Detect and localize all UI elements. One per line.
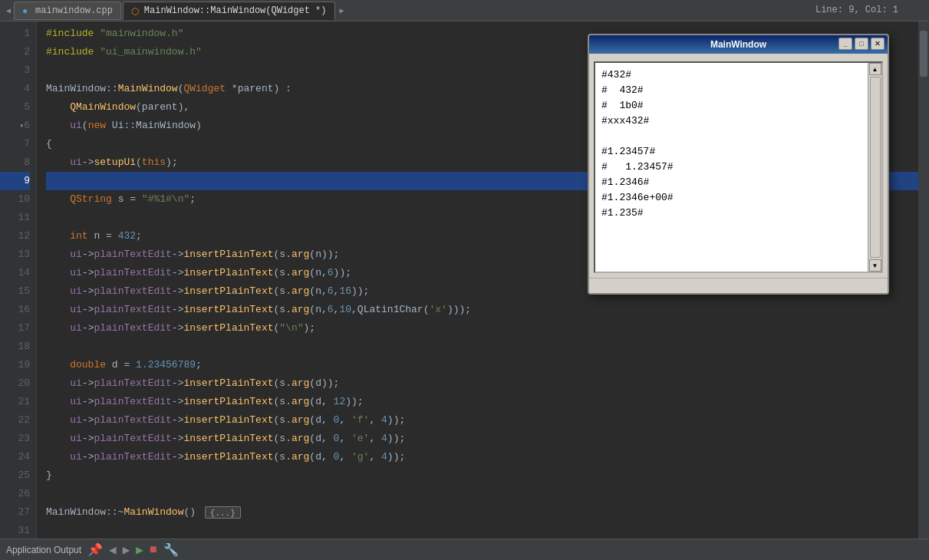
popup-close-btn[interactable]: ✕ — [871, 38, 885, 50]
collapsed-function-btn[interactable]: {...} — [205, 506, 241, 519]
code-line-17: ui->plainTextEdit->insertPlainText("\n")… — [46, 319, 918, 338]
line-num-16: 16 — [0, 301, 30, 319]
line-num-10: 10 — [0, 190, 30, 209]
pin-icon-btn[interactable]: 📌 — [87, 542, 103, 558]
popup-minimize-btn[interactable]: _ — [838, 38, 852, 50]
stop-btn[interactable]: ■ — [150, 543, 157, 557]
line-num-6: ▾6 — [0, 117, 30, 135]
output-line-1: #432# — [601, 68, 861, 83]
header-file-icon: ⬡ — [131, 6, 140, 15]
popup-scroll-down-btn[interactable]: ▼ — [869, 259, 881, 272]
code-line-19: double d = 1.23456789; — [46, 356, 918, 374]
code-line-27: MainWindow::~MainWindow() {...} — [46, 503, 918, 522]
next-btn[interactable]: ▶ — [123, 542, 130, 558]
code-line-25: } — [46, 466, 918, 485]
line-num-21: 21 — [0, 393, 30, 411]
code-line-24: ui->plainTextEdit->insertPlainText(s.arg… — [46, 448, 918, 466]
line-numbers-gutter: 1 2 3 4 5 ▾6 7 8 9 10 11 12 13 14 15 16 … — [0, 21, 37, 549]
scrollbar-thumb[interactable] — [920, 31, 927, 77]
output-line-2: # 432# — [601, 83, 861, 98]
line-num-20: 20 — [0, 374, 30, 393]
tab-left-arrow[interactable]: ◀ — [6, 6, 11, 15]
line-num-18: 18 — [0, 338, 30, 356]
popup-scroll-thumb[interactable] — [870, 77, 881, 258]
filter-btn[interactable]: 🔧 — [163, 542, 179, 558]
line-num-14: 14 — [0, 264, 30, 282]
line-num-11: 11 — [0, 209, 30, 227]
line-num-9: 9 — [0, 172, 30, 190]
output-line-4: #xxx432# — [601, 114, 861, 129]
tab-mainwindow-cpp[interactable]: ● mainwindow.cpp — [14, 2, 121, 20]
fold-arrow-6[interactable]: ▾ — [16, 117, 24, 136]
code-line-22: ui->plainTextEdit->insertPlainText(s.arg… — [46, 411, 918, 430]
line-num-5: 5 — [0, 98, 30, 117]
popup-scrollbar[interactable]: ▲ ▼ — [868, 63, 881, 272]
popup-controls: _ □ ✕ — [838, 38, 885, 50]
mainwindow-popup: MainWindow _ □ ✕ #432# # 432# # 1b0# #xx… — [588, 34, 889, 295]
tab-right-arrow[interactable]: ▶ — [340, 6, 344, 15]
line-num-26: 26 — [0, 485, 30, 503]
line-num-23: 23 — [0, 430, 30, 448]
cpp-file-icon: ● — [22, 6, 31, 15]
output-line-5 — [601, 129, 861, 144]
output-line-10: #1.235# — [601, 206, 861, 221]
popup-output[interactable]: #432# # 432# # 1b0# #xxx432# #1.23457# #… — [595, 63, 868, 272]
bottom-label: Application Output — [6, 545, 81, 555]
code-line-31 — [46, 522, 918, 540]
line-num-25: 25 — [0, 466, 30, 485]
line-num-2: 2 — [0, 43, 30, 61]
line-num-19: 19 — [0, 356, 30, 374]
code-line-20: ui->plainTextEdit->insertPlainText(s.arg… — [46, 374, 918, 393]
tab-constructor-label: MainWindow::MainWindow(QWidget *) — [144, 5, 327, 16]
line-num-12: 12 — [0, 227, 30, 245]
code-line-26 — [46, 485, 918, 503]
output-line-9: #1.2346e+00# — [601, 190, 861, 206]
line-num-3: 3 — [0, 61, 30, 80]
line-num-22: 22 — [0, 411, 30, 430]
prev-btn[interactable]: ◀ — [109, 542, 117, 558]
tab-mainwindow-constructor[interactable]: ⬡ MainWindow::MainWindow(QWidget *) — [123, 2, 335, 20]
tab-bar: ◀ ● mainwindow.cpp ⬡ MainWindow::MainWin… — [0, 0, 929, 21]
popup-menu-bar — [589, 54, 888, 57]
line-num-27: 27 — [0, 503, 30, 522]
line-num-7: 7 — [0, 135, 30, 153]
line-num-15: 15 — [0, 282, 30, 301]
line-num-1: 1 — [0, 25, 30, 43]
popup-maximize-btn[interactable]: □ — [855, 38, 868, 50]
line-num-31: 31 — [0, 522, 30, 540]
output-line-6: #1.23457# — [601, 144, 861, 160]
line-num-24: 24 — [0, 448, 30, 466]
tab-mainwindow-cpp-label: mainwindow.cpp — [35, 5, 113, 16]
popup-bottom-bar — [589, 278, 888, 293]
output-line-8: #1.2346# — [601, 175, 861, 190]
code-line-21: ui->plainTextEdit->insertPlainText(s.arg… — [46, 393, 918, 411]
line-num-4: 4 — [0, 80, 30, 98]
popup-titlebar: MainWindow _ □ ✕ — [589, 35, 888, 54]
popup-content: #432# # 432# # 1b0# #xxx432# #1.23457# #… — [594, 61, 883, 273]
editor-scrollbar[interactable] — [918, 21, 929, 549]
code-line-16: ui->plainTextEdit->insertPlainText(s.arg… — [46, 301, 918, 319]
line-num-8: 8 — [0, 153, 30, 172]
code-line-18 — [46, 338, 918, 356]
run-btn[interactable]: ▶ — [136, 542, 143, 558]
line-num-17: 17 — [0, 319, 30, 338]
popup-scroll-up-btn[interactable]: ▲ — [869, 63, 881, 75]
line-col-info: Line: 9, Col: 1 — [815, 5, 898, 15]
code-line-23: ui->plainTextEdit->insertPlainText(s.arg… — [46, 430, 918, 448]
output-line-7: # 1.23457# — [601, 160, 861, 175]
popup-title: MainWindow — [710, 39, 766, 50]
line-num-13: 13 — [0, 245, 30, 264]
bottom-bar: Application Output 📌 ◀ ▶ ▶ ■ 🔧 — [0, 539, 929, 560]
output-line-3: # 1b0# — [601, 98, 861, 114]
